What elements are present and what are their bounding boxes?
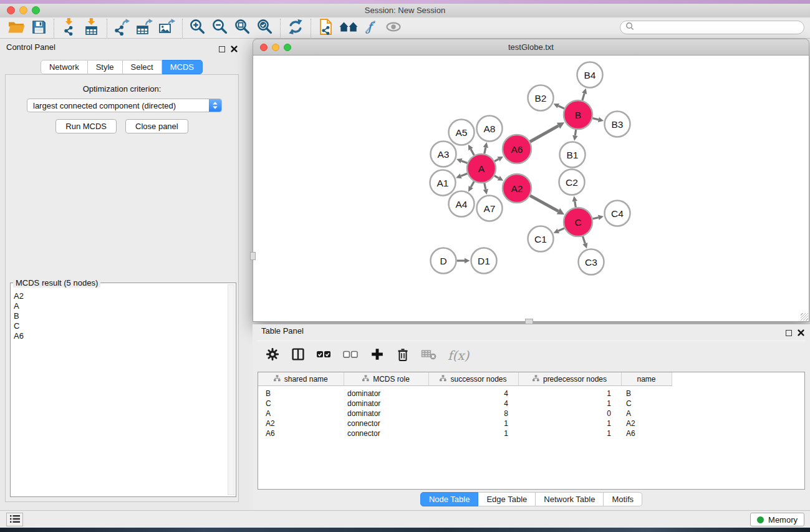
table-row[interactable]: Adominator80A [258, 409, 804, 418]
table-cell[interactable]: 1 [518, 386, 621, 399]
delete-button[interactable] [395, 347, 410, 364]
export-image-button[interactable] [157, 19, 178, 37]
node-B2[interactable]: B2 [528, 85, 554, 111]
node-C4[interactable]: C4 [605, 201, 630, 226]
edge-A-A1[interactable] [456, 173, 467, 178]
close-table-panel-icon[interactable] [798, 327, 804, 339]
edge-A-A2[interactable] [494, 176, 503, 181]
edge-A-A6[interactable] [494, 157, 503, 162]
left-splitter-handle[interactable] [250, 252, 256, 260]
edge-B-B2[interactable] [554, 104, 565, 109]
edge-A-A3[interactable] [456, 158, 467, 163]
edge-D-D1[interactable] [457, 258, 470, 263]
table-cell[interactable]: C [621, 399, 672, 409]
table-tab-motifs[interactable]: Motifs [604, 492, 642, 506]
edge-B-B4[interactable] [582, 89, 587, 100]
node-A3[interactable]: A3 [431, 142, 456, 167]
edge-A-A4[interactable] [468, 181, 474, 191]
tab-style[interactable]: Style [88, 60, 123, 74]
node-B1[interactable]: B1 [560, 142, 586, 168]
network-zoom-button[interactable] [284, 44, 291, 51]
node-A5[interactable]: A5 [449, 120, 475, 145]
node-A2[interactable]: A2 [503, 174, 531, 203]
edge-A-A7[interactable] [483, 183, 488, 195]
edge-A-A8[interactable] [483, 142, 488, 153]
node-D[interactable]: D [431, 248, 456, 274]
edge-C-C1[interactable] [554, 228, 565, 233]
deselect-all-button[interactable] [343, 347, 359, 364]
table-cell[interactable]: dominator [344, 399, 428, 409]
column-header-predecessor-nodes[interactable]: predecessor nodes [518, 372, 621, 386]
table-cell[interactable]: A6 [258, 428, 344, 438]
import-table-button[interactable] [81, 19, 102, 37]
edge-C-C3[interactable] [582, 236, 587, 249]
search-input[interactable] [637, 22, 804, 33]
close-panel-button[interactable]: Close panel [125, 119, 188, 133]
table-cell[interactable]: connector [344, 418, 428, 428]
zoom-fit-button[interactable] [232, 19, 253, 37]
table-tab-node-table[interactable]: Node Table [420, 492, 479, 506]
criterion-dropdown[interactable]: largest connected component (directed) [27, 99, 222, 112]
home-button[interactable] [338, 19, 359, 37]
export-network-button[interactable] [112, 19, 133, 37]
tab-select[interactable]: Select [123, 60, 162, 74]
column-header-successor-nodes[interactable]: successor nodes [428, 372, 518, 386]
table-cell[interactable]: A6 [621, 428, 672, 438]
node-table[interactable]: shared nameMCDS rolesuccessor nodesprede… [258, 372, 804, 438]
export-table-button[interactable] [134, 19, 155, 37]
mcds-result-item[interactable]: A2 [14, 291, 226, 301]
column-header-name[interactable]: name [621, 372, 672, 386]
column-header-shared-name[interactable]: shared name [258, 372, 344, 386]
table-cell[interactable]: A [258, 409, 344, 418]
network-window-titlebar[interactable]: testGlobe.txt [253, 39, 809, 55]
float-table-panel-icon[interactable] [786, 330, 792, 336]
node-A[interactable]: A [467, 154, 496, 183]
table-cell[interactable]: A2 [258, 418, 344, 428]
select-all-button[interactable] [316, 347, 332, 364]
table-row[interactable]: A2connector11A2 [258, 418, 804, 428]
tab-mcds[interactable]: MCDS [162, 60, 203, 74]
node-A6[interactable]: A6 [503, 135, 531, 163]
minimize-window-button[interactable] [19, 6, 27, 14]
zoom-window-button[interactable] [32, 6, 40, 14]
network-close-button[interactable] [260, 44, 268, 51]
column-header-MCDS-role[interactable]: MCDS role [344, 372, 428, 386]
node-B3[interactable]: B3 [605, 112, 630, 137]
table-cell[interactable]: B [258, 386, 344, 399]
mcds-result-list[interactable]: A2ABCA6 [14, 291, 226, 495]
zoom-in-button[interactable] [187, 19, 208, 37]
save-button[interactable] [28, 19, 49, 37]
zoom-selected-button[interactable] [254, 19, 276, 37]
node-A1[interactable]: A1 [430, 170, 456, 196]
table-cell[interactable]: dominator [344, 386, 428, 399]
table-cell[interactable]: 8 [428, 409, 518, 418]
columns-button[interactable] [291, 347, 306, 364]
node-C2[interactable]: C2 [559, 170, 585, 195]
table-cell[interactable]: 1 [518, 418, 621, 428]
eye-button[interactable] [383, 19, 404, 37]
table-cell[interactable]: 4 [428, 399, 518, 409]
settings-button[interactable] [265, 347, 280, 364]
edge-B-B1[interactable] [572, 130, 577, 141]
memory-button[interactable]: Memory [750, 513, 804, 526]
node-A4[interactable]: A4 [449, 191, 475, 217]
add-button[interactable] [370, 347, 385, 364]
node-A7[interactable]: A7 [477, 196, 503, 221]
edge-B-B3[interactable] [592, 117, 604, 122]
mcds-result-item[interactable]: B [14, 311, 226, 321]
edge-A-A5[interactable] [468, 145, 475, 155]
task-history-button[interactable] [6, 513, 23, 526]
edge-A2-C[interactable] [530, 196, 564, 215]
table-cell[interactable]: B [621, 386, 672, 399]
run-mcds-button[interactable]: Run MCDS [55, 119, 117, 133]
close-window-button[interactable] [7, 6, 15, 14]
refresh-button[interactable] [285, 19, 306, 37]
table-cell[interactable]: C [258, 399, 344, 409]
table-cell[interactable]: 1 [518, 399, 621, 409]
node-A8[interactable]: A8 [477, 116, 503, 142]
node-B[interactable]: B [564, 100, 592, 129]
edge-C-C2[interactable] [572, 196, 577, 207]
table-cell[interactable]: 4 [428, 386, 518, 399]
resize-grip[interactable] [801, 313, 808, 321]
edge-A6-B[interactable] [530, 122, 564, 142]
